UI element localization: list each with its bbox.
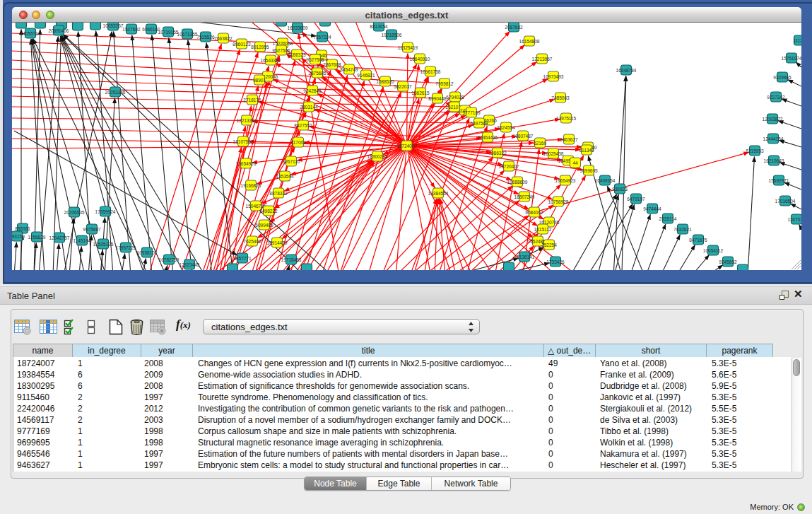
svg-text:18807249: 18807249 bbox=[514, 194, 535, 199]
svg-text:19654923: 19654923 bbox=[236, 161, 257, 166]
svg-text:7663822: 7663822 bbox=[214, 36, 233, 41]
svg-text:16033809: 16033809 bbox=[288, 25, 308, 30]
svg-text:18724007: 18724007 bbox=[396, 144, 417, 148]
svg-text:1615112: 1615112 bbox=[534, 227, 552, 232]
svg-text:1733426: 1733426 bbox=[546, 259, 565, 264]
svg-text:9146821: 9146821 bbox=[357, 73, 375, 78]
svg-text:1498222: 1498222 bbox=[259, 209, 278, 214]
svg-text:1167533: 1167533 bbox=[788, 217, 801, 222]
svg-text:12444154: 12444154 bbox=[763, 136, 784, 141]
svg-text:1353594: 1353594 bbox=[276, 174, 294, 179]
svg-text:7632621: 7632621 bbox=[673, 227, 692, 232]
svg-text:19218506: 19218506 bbox=[382, 33, 402, 37]
svg-text:12213369: 12213369 bbox=[237, 118, 257, 123]
svg-text:3875685: 3875685 bbox=[308, 71, 326, 76]
svg-text:12505135: 12505135 bbox=[93, 242, 114, 247]
svg-text:938923: 938923 bbox=[612, 187, 628, 192]
svg-text:1527602: 1527602 bbox=[122, 27, 141, 32]
svg-text:9857771: 9857771 bbox=[233, 256, 252, 261]
svg-text:15136141: 15136141 bbox=[514, 255, 535, 259]
svg-text:9699695: 9699695 bbox=[579, 168, 598, 173]
svg-text:19654923: 19654923 bbox=[555, 178, 576, 183]
svg-text:1562615: 1562615 bbox=[411, 90, 430, 95]
svg-text:12942757: 12942757 bbox=[49, 235, 70, 240]
svg-text:8912955: 8912955 bbox=[251, 45, 269, 49]
svg-text:12923445: 12923445 bbox=[180, 262, 200, 267]
svg-text:8215953: 8215953 bbox=[746, 148, 764, 153]
svg-text:10961758: 10961758 bbox=[420, 69, 441, 74]
svg-text:10807487: 10807487 bbox=[513, 134, 534, 139]
svg-text:98901: 98901 bbox=[253, 78, 266, 83]
svg-text:16154808: 16154808 bbox=[519, 39, 540, 44]
svg-text:10671355: 10671355 bbox=[177, 32, 198, 37]
svg-text:14055714: 14055714 bbox=[20, 31, 41, 36]
svg-text:1145194: 1145194 bbox=[73, 238, 91, 243]
svg-text:16648784: 16648784 bbox=[616, 68, 637, 73]
svg-text:12975115: 12975115 bbox=[556, 116, 577, 121]
svg-text:17957225: 17957225 bbox=[116, 245, 136, 250]
svg-text:8427552: 8427552 bbox=[294, 123, 312, 128]
svg-text:9227342: 9227342 bbox=[767, 95, 785, 100]
svg-text:16782759: 16782759 bbox=[159, 257, 180, 262]
svg-text:8471676: 8471676 bbox=[689, 238, 707, 243]
svg-text:7955812: 7955812 bbox=[435, 81, 454, 86]
svg-text:3624554: 3624554 bbox=[497, 125, 515, 130]
svg-text:3267110: 3267110 bbox=[283, 159, 300, 164]
svg-text:9463627: 9463627 bbox=[560, 137, 578, 142]
svg-text:5822037: 5822037 bbox=[394, 84, 412, 89]
svg-text:12213967: 12213967 bbox=[532, 57, 553, 62]
svg-text:8454749: 8454749 bbox=[340, 67, 358, 72]
svg-text:1588520: 1588520 bbox=[376, 79, 394, 84]
svg-text:10756928: 10756928 bbox=[548, 199, 569, 204]
svg-text:20691406: 20691406 bbox=[49, 28, 69, 33]
svg-text:2803144: 2803144 bbox=[300, 105, 318, 110]
svg-text:15720407: 15720407 bbox=[499, 164, 519, 169]
svg-text:20206535: 20206535 bbox=[64, 210, 85, 215]
svg-text:7485063: 7485063 bbox=[551, 95, 570, 100]
svg-text:19166825: 19166825 bbox=[241, 183, 261, 188]
svg-text:9242848: 9242848 bbox=[303, 88, 322, 93]
svg-text:10973493: 10973493 bbox=[543, 74, 564, 79]
svg-text:1156829: 1156829 bbox=[28, 235, 46, 240]
svg-text:8990448: 8990448 bbox=[428, 96, 447, 101]
svg-text:10958107: 10958107 bbox=[137, 250, 158, 255]
svg-text:9084067: 9084067 bbox=[525, 210, 543, 215]
svg-text:15692971: 15692971 bbox=[769, 178, 789, 183]
svg-text:9474444: 9474444 bbox=[643, 206, 661, 211]
svg-text:9777169: 9777169 bbox=[462, 110, 481, 115]
svg-text:8186323: 8186323 bbox=[288, 52, 306, 57]
svg-text:15751074: 15751074 bbox=[782, 56, 801, 61]
svg-text:2087682: 2087682 bbox=[505, 25, 523, 30]
svg-text:62160: 62160 bbox=[534, 141, 546, 146]
svg-text:44: 44 bbox=[572, 160, 578, 165]
svg-text:19718485: 19718485 bbox=[281, 257, 302, 262]
svg-text:7515526: 7515526 bbox=[196, 35, 215, 40]
svg-text:6794028: 6794028 bbox=[446, 95, 464, 100]
svg-text:10688609: 10688609 bbox=[507, 180, 528, 185]
svg-text:12093872: 12093872 bbox=[763, 117, 783, 122]
svg-text:8878332: 8878332 bbox=[269, 191, 288, 196]
svg-text:9527508: 9527508 bbox=[306, 57, 324, 62]
svg-text:9245652: 9245652 bbox=[719, 259, 737, 264]
svg-text:16107552: 16107552 bbox=[233, 139, 254, 144]
svg-text:7986322: 7986322 bbox=[488, 151, 507, 156]
svg-text:252254: 252254 bbox=[541, 243, 557, 247]
svg-text:19384554: 19384554 bbox=[428, 191, 449, 196]
svg-text:9329965: 9329965 bbox=[773, 75, 792, 80]
svg-text:16543382: 16543382 bbox=[261, 58, 281, 63]
svg-text:10719155: 10719155 bbox=[158, 30, 179, 35]
svg-text:2935114: 2935114 bbox=[659, 216, 677, 221]
svg-text:17016504: 17016504 bbox=[775, 199, 796, 204]
svg-text:9975887: 9975887 bbox=[83, 227, 101, 232]
svg-text:311340: 311340 bbox=[579, 148, 594, 153]
svg-text:16210643: 16210643 bbox=[764, 158, 784, 163]
svg-text:20053346: 20053346 bbox=[105, 90, 126, 95]
svg-text:17359924: 17359924 bbox=[95, 209, 116, 214]
svg-text:6099489: 6099489 bbox=[255, 223, 273, 228]
svg-text:7357224: 7357224 bbox=[313, 35, 331, 40]
svg-text:10025438: 10025438 bbox=[543, 151, 564, 156]
svg-text:10654112: 10654112 bbox=[703, 248, 724, 253]
svg-text:8960123: 8960123 bbox=[233, 42, 251, 47]
svg-text:20364436: 20364436 bbox=[478, 135, 498, 140]
svg-text:393159: 393159 bbox=[12, 234, 25, 239]
